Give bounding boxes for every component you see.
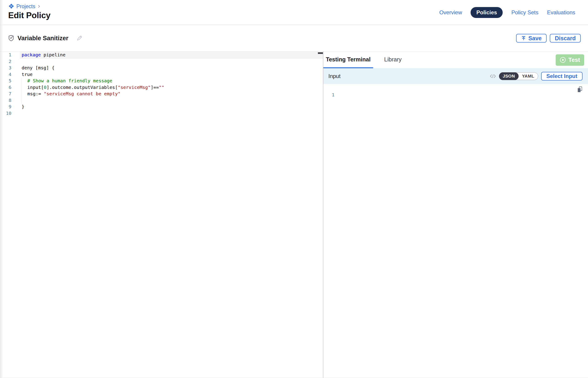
code-line[interactable]: 9} <box>0 104 323 110</box>
edit-policy-page: ❖ Projects Edit Policy Overview Policies… <box>0 0 588 378</box>
code-token: package <box>22 52 41 57</box>
input-label: Input <box>328 73 341 79</box>
line-number-gutter: 1 <box>323 92 334 98</box>
format-option-yaml[interactable]: YAML <box>518 72 538 80</box>
code-token: "" <box>159 85 164 90</box>
test-button-label: Test <box>568 56 580 64</box>
code-line[interactable]: 1package pipeline <box>0 52 323 58</box>
code-token: pipeline <box>41 52 65 57</box>
scrollbar-cursor-mark <box>318 52 323 54</box>
copy-icon[interactable] <box>577 86 583 94</box>
code-line[interactable]: 8 <box>0 97 323 104</box>
test-button[interactable]: Test <box>556 54 584 66</box>
shield-check-icon <box>8 35 14 42</box>
code-line-content[interactable]: # Show a human friendly message <box>22 78 323 84</box>
code-line-content[interactable] <box>22 97 323 104</box>
line-number-gutter: 8 <box>0 97 22 104</box>
input-editor[interactable]: 1 <box>323 84 588 378</box>
code-line[interactable]: 3deny [msg] { <box>0 65 323 71</box>
page-header: ❖ Projects Edit Policy Overview Policies… <box>0 0 588 25</box>
code-token: # Show a human friendly message <box>27 78 112 83</box>
save-button[interactable]: Save <box>516 34 547 42</box>
line-number-gutter: 10 <box>0 110 22 117</box>
edit-pencil-icon[interactable] <box>76 35 82 41</box>
line-number: 1 <box>0 52 11 58</box>
line-number-gutter: 7 <box>0 91 22 97</box>
top-nav: Overview Policies Policy Sets Evaluation… <box>439 0 575 25</box>
line-number-gutter: 9 <box>0 104 22 110</box>
discard-button-label: Discard <box>555 35 576 42</box>
tab-library[interactable]: Library <box>384 52 401 68</box>
select-input-button[interactable]: Select Input <box>541 72 583 81</box>
code-token: } <box>22 104 24 109</box>
code-line[interactable]: 2 <box>0 58 323 65</box>
tab-evaluations[interactable]: Evaluations <box>547 9 575 16</box>
code-line[interactable]: 5 # Show a human friendly message <box>0 78 323 84</box>
discard-button[interactable]: Discard <box>550 34 581 42</box>
line-number-gutter: 4 <box>0 71 22 78</box>
line-number: 10 <box>0 110 11 117</box>
code-line[interactable]: 4true <box>0 71 323 78</box>
save-button-label: Save <box>528 35 542 42</box>
code-token: input[ <box>22 85 44 90</box>
code-line[interactable]: 10 <box>0 110 323 117</box>
tab-overview[interactable]: Overview <box>439 9 462 16</box>
code-line-content[interactable] <box>22 58 323 65</box>
code-token: "serviceMsg cannot be empty" <box>44 91 120 96</box>
code-token: ]== <box>151 85 159 90</box>
code-token: true <box>22 72 33 77</box>
code-line-content[interactable]: input[0].outcome.outputVariables["servic… <box>22 84 323 91</box>
breadcrumb-projects-link[interactable]: Projects <box>16 3 35 10</box>
line-number: 9 <box>0 104 11 110</box>
line-number: 2 <box>0 58 11 65</box>
code-line-content[interactable] <box>334 92 588 98</box>
input-bar: Input JSON YAML Select Input <box>323 68 588 84</box>
line-number: 1 <box>323 92 334 98</box>
upload-icon <box>521 36 526 41</box>
code-line[interactable]: 7 msg:= "serviceMsg cannot be empty" <box>0 91 323 97</box>
code-token: "serviceMsg" <box>118 85 151 90</box>
policy-name: Variable Sanitizer <box>17 35 68 42</box>
line-number-gutter: 6 <box>0 84 22 91</box>
policy-toolbar: Variable Sanitizer Save Discard <box>0 25 588 51</box>
code-token: ].outcome.outputVariables[ <box>46 85 118 90</box>
line-number-gutter: 5 <box>0 78 22 84</box>
code-line[interactable]: 1 <box>323 92 588 98</box>
line-number-gutter: 2 <box>0 58 22 65</box>
code-line-content[interactable]: msg:= "serviceMsg cannot be empty" <box>22 91 323 97</box>
line-number-gutter: 3 <box>0 65 22 71</box>
code-token: deny [msg] { <box>22 65 55 70</box>
input-bar-actions: JSON YAML Select Input <box>490 72 583 81</box>
code-token <box>22 78 27 83</box>
code-line-content[interactable]: deny [msg] { <box>22 65 323 71</box>
chevron-right-icon <box>37 5 41 8</box>
code-line[interactable]: 6 input[0].outcome.outputVariables["serv… <box>0 84 323 91</box>
testing-panel: Testing Terminal Library Test Input <box>323 52 588 378</box>
line-number-gutter: 1 <box>0 52 22 58</box>
policy-code-lines: 1package pipeline23deny [msg] {4true5 # … <box>0 52 323 116</box>
tab-testing-terminal[interactable]: Testing Terminal <box>323 52 373 68</box>
line-number: 7 <box>0 91 11 97</box>
code-line-content[interactable]: package pipeline <box>20 52 323 58</box>
code-line-content[interactable] <box>22 110 323 117</box>
line-number: 6 <box>0 84 11 91</box>
code-line-content[interactable]: } <box>22 104 323 110</box>
play-icon <box>560 57 566 63</box>
tab-policies[interactable]: Policies <box>471 7 503 18</box>
line-number: 4 <box>0 71 11 78</box>
input-editor-lines: 1 <box>323 92 588 98</box>
line-number: 3 <box>0 65 11 71</box>
policy-code-editor[interactable]: 1package pipeline23deny [msg] {4true5 # … <box>0 52 323 378</box>
format-option-json[interactable]: JSON <box>499 72 519 80</box>
code-brackets-icon[interactable] <box>490 73 496 79</box>
code-token: msg:= <box>22 91 44 96</box>
line-number: 5 <box>0 78 11 84</box>
workspace: 1package pipeline23deny [msg] {4true5 # … <box>0 51 588 378</box>
format-toggle[interactable]: JSON YAML <box>499 72 538 80</box>
testing-panel-tabs: Testing Terminal Library Test <box>323 52 588 68</box>
line-number: 8 <box>0 97 11 104</box>
code-line-content[interactable]: true <box>22 71 323 78</box>
tab-policy-sets[interactable]: Policy Sets <box>511 9 538 16</box>
code-token: 0 <box>44 85 46 90</box>
projects-icon: ❖ <box>8 3 14 9</box>
